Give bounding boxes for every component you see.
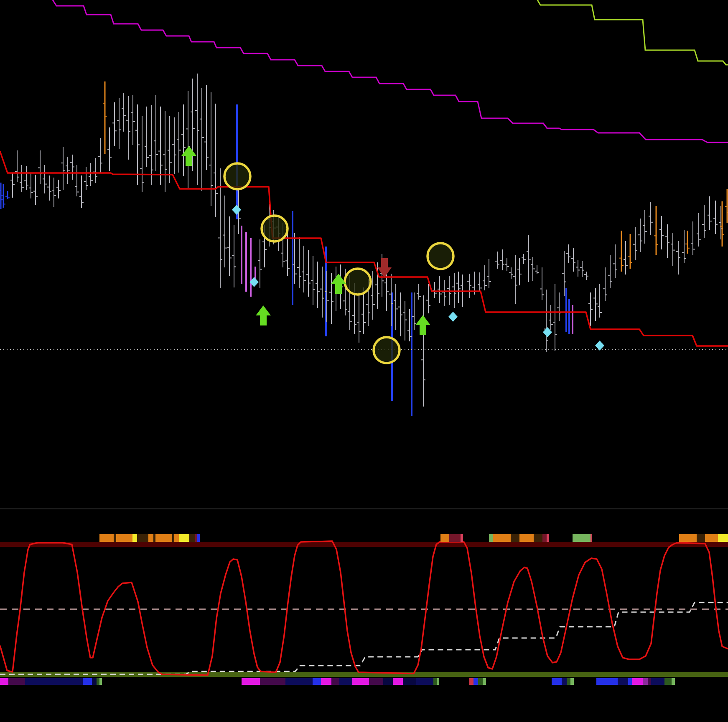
- down-arrow-icon: [377, 258, 392, 277]
- strip-segment: [25, 678, 83, 685]
- price-bar: [15, 150, 19, 182]
- strip-segment: [189, 534, 195, 542]
- strip-segment: [552, 678, 562, 685]
- strip-segment: [195, 534, 197, 542]
- upper-band-green-line: [537, 0, 728, 65]
- price-bar: [553, 284, 557, 351]
- price-bar: [478, 272, 482, 291]
- strip-segment: [393, 678, 403, 685]
- strip-segment: [542, 534, 547, 542]
- strip-segment: [534, 534, 542, 542]
- strip-segment: [153, 534, 155, 542]
- price-bar: [131, 95, 135, 145]
- strip-segment: [433, 678, 437, 685]
- buy-arrows: [181, 146, 430, 335]
- price-bar: [140, 116, 144, 192]
- strip-segment: [369, 678, 383, 685]
- strip-segment: [493, 534, 511, 542]
- upper-band-lines: [52, 0, 728, 142]
- price-bar: [329, 273, 333, 324]
- strip-segment: [461, 534, 463, 542]
- strip-segment: [155, 534, 172, 542]
- signal-strip-top: [99, 534, 728, 542]
- overbought-band: [0, 542, 728, 547]
- price-bar: [79, 175, 84, 208]
- price-bar: [181, 104, 186, 176]
- price-bar: [403, 301, 407, 341]
- strip-segment: [148, 534, 153, 542]
- strip-segment: [132, 534, 137, 542]
- price-bar: [527, 235, 531, 282]
- price-bar: [483, 265, 487, 290]
- price-bar: [200, 88, 204, 191]
- price-bar: [613, 244, 617, 278]
- strip-segment: [440, 534, 449, 542]
- price-bar: [588, 292, 593, 326]
- price-bar: [654, 206, 658, 255]
- price-bar: [691, 221, 695, 255]
- price-bar: [685, 231, 690, 254]
- signal-circle: [345, 269, 371, 295]
- strip-segment: [321, 678, 331, 685]
- price-bar: [145, 107, 149, 167]
- price-bar: [495, 252, 499, 269]
- strip-segment: [285, 678, 313, 685]
- price-bar: [20, 165, 24, 192]
- signal-strip-bottom: [0, 678, 675, 685]
- price-bar: [603, 267, 607, 301]
- price-bar: [665, 224, 669, 258]
- price-bar: [186, 91, 190, 188]
- price-bar: [357, 292, 361, 343]
- price-bar: [306, 250, 311, 297]
- price-bar: [163, 111, 167, 192]
- up-arrow-icon: [256, 305, 271, 325]
- price-bar: [708, 196, 712, 230]
- price-bar: [52, 178, 56, 207]
- strip-segment: [437, 678, 439, 685]
- price-bar: [5, 191, 10, 199]
- price-bar: [505, 258, 509, 271]
- price-bar: [426, 284, 430, 313]
- price-bar: [598, 284, 602, 318]
- price-bar: [628, 234, 632, 269]
- strip-segment: [179, 534, 189, 542]
- chart-canvas[interactable]: [0, 0, 728, 722]
- price-bar: [61, 147, 65, 190]
- price-bar: [135, 104, 140, 185]
- price-bar: [442, 280, 446, 306]
- strip-segment: [478, 678, 483, 685]
- strip-segment: [197, 534, 200, 542]
- price-bar: [649, 202, 653, 235]
- strip-segment: [97, 678, 99, 685]
- price-bar: [122, 93, 126, 132]
- diamond-icon: [595, 341, 604, 351]
- price-bar: [624, 241, 628, 275]
- strip-segment: [174, 534, 179, 542]
- strip-segment: [651, 678, 664, 685]
- price-bar: [0, 183, 3, 209]
- diamond-icon: [232, 205, 241, 215]
- price-bar: [659, 216, 664, 249]
- strip-segment: [648, 678, 651, 685]
- strip-segment: [679, 534, 697, 542]
- price-bar: [214, 104, 218, 217]
- price-bar: [535, 265, 539, 274]
- price-bar: [522, 254, 526, 264]
- strip-segment: [473, 678, 478, 685]
- sell-arrows: [377, 258, 392, 277]
- price-bar: [608, 255, 612, 288]
- price-bar: [84, 167, 88, 190]
- signal-circle: [224, 163, 250, 189]
- price-bar: [232, 225, 236, 287]
- price-bar: [593, 288, 598, 321]
- price-bar: [540, 267, 544, 300]
- price-bar: [421, 295, 425, 407]
- price-bar: [66, 157, 70, 184]
- price-bar: [285, 233, 290, 276]
- price-bar: [89, 163, 93, 186]
- price-bar: [112, 102, 117, 146]
- price-bar: [549, 305, 553, 330]
- strip-segment: [632, 678, 643, 685]
- oscillator-pane: [0, 541, 728, 677]
- price-bar: [47, 175, 51, 201]
